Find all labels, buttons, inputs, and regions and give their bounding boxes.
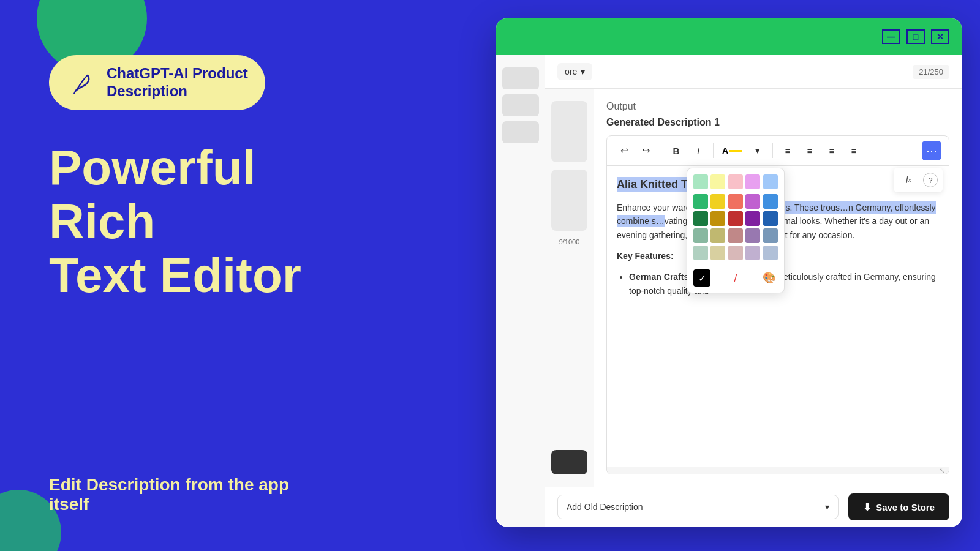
color-cell[interactable] — [763, 174, 778, 189]
color-cell[interactable] — [693, 228, 708, 243]
color-cell[interactable] — [728, 228, 743, 243]
bottom-bar: Add Old Description ▾ ⬇ Save to Store — [545, 487, 962, 527]
color-cell[interactable] — [763, 246, 778, 260]
toolbar-divider — [772, 143, 773, 158]
color-cell[interactable] — [693, 246, 708, 260]
color-grid-row2 — [693, 194, 778, 209]
color-cell[interactable] — [710, 174, 725, 189]
app-window: — □ ✕ ore ▾ 21/250 — [496, 18, 962, 527]
add-old-dropdown[interactable]: Add Old Description ▾ — [557, 495, 839, 519]
sidebar-item — [502, 67, 539, 89]
color-cell[interactable] — [693, 174, 708, 189]
color-cell[interactable] — [763, 228, 778, 243]
highlight-dropdown-button[interactable]: ▾ — [748, 141, 767, 160]
color-picker-actions: ✓ / 🎨 — [693, 264, 778, 287]
toolbar-divider — [661, 143, 662, 158]
color-cell[interactable] — [745, 211, 760, 226]
color-cell[interactable] — [763, 211, 778, 226]
main-area: ore ▾ 21/250 9/1000 — [545, 55, 962, 527]
color-cell[interactable] — [710, 228, 725, 243]
bold-button[interactable]: B — [666, 141, 686, 160]
color-cell[interactable] — [710, 246, 725, 260]
maximize-button[interactable]: □ — [907, 29, 925, 44]
feather-icon — [66, 67, 97, 98]
color-cell[interactable] — [728, 211, 743, 226]
sub-heading: Edit Description from the appitself — [49, 353, 374, 514]
color-cell[interactable] — [745, 246, 760, 260]
save-to-store-button[interactable]: ⬇ Save to Store — [848, 493, 949, 520]
minimize-button[interactable]: — — [882, 29, 900, 44]
color-cell[interactable] — [745, 228, 760, 243]
content-counter: 9/1000 — [551, 238, 587, 246]
color-grid-row4 — [693, 228, 778, 243]
content-split: 9/1000 Output Generated Description 1 ↩ … — [545, 89, 962, 487]
window-titlebar: — □ ✕ — [496, 18, 962, 55]
color-cell[interactable] — [710, 194, 725, 209]
highlight-icon: A — [722, 146, 728, 156]
badge-container: ChatGPT-AI ProductDescription — [49, 55, 374, 110]
color-cell[interactable] — [728, 246, 743, 260]
color-grid-row5 — [693, 246, 778, 260]
close-button[interactable]: ✕ — [931, 29, 949, 44]
input-item — [551, 101, 587, 162]
rte-toolbar: ↩ ↪ B I A ▾ ≡ — [607, 136, 949, 166]
color-cell[interactable] — [763, 194, 778, 209]
sidebar-partial — [496, 55, 545, 527]
window-body: ore ▾ 21/250 9/1000 — [496, 55, 962, 527]
color-apply-button[interactable]: ✓ — [693, 269, 710, 287]
store-dropdown[interactable]: ore ▾ — [557, 63, 592, 80]
undo-button[interactable]: ↩ — [614, 141, 634, 160]
sidebar-item — [502, 94, 539, 116]
align-right-button[interactable]: ≡ — [822, 141, 842, 160]
left-inputs: 9/1000 — [545, 89, 594, 487]
color-cell[interactable] — [728, 194, 743, 209]
badge: ChatGPT-AI ProductDescription — [49, 55, 265, 110]
italic-button[interactable]: I — [688, 141, 708, 160]
description-label: Generated Description 1 — [606, 117, 949, 128]
color-grid-row3 — [693, 211, 778, 226]
color-cell[interactable] — [728, 174, 743, 189]
highlight-button[interactable]: A — [718, 141, 745, 160]
color-palette-button[interactable]: 🎨 — [761, 269, 778, 287]
color-picker-popup: ✓ / 🎨 — [687, 168, 785, 293]
rte-resize-handle[interactable]: ⤡ — [607, 467, 949, 474]
toolbar-divider — [713, 143, 714, 158]
more-options-button[interactable]: ⋯ — [922, 141, 941, 160]
help-button[interactable]: ? — [923, 173, 938, 187]
color-pen-button[interactable]: / — [715, 269, 756, 287]
clear-format-button[interactable]: Ix — [899, 170, 918, 190]
topbar: ore ▾ 21/250 — [545, 55, 962, 89]
main-heading: Powerful RichText Editor — [49, 141, 374, 302]
highlight-color-indicator — [729, 150, 742, 152]
align-left-button[interactable]: ≡ — [778, 141, 797, 160]
color-cell[interactable] — [745, 194, 760, 209]
color-cell[interactable] — [710, 211, 725, 226]
align-center-button[interactable]: ≡ — [800, 141, 820, 160]
redo-button[interactable]: ↪ — [636, 141, 656, 160]
save-icon: ⬇ — [863, 501, 871, 513]
color-cell[interactable] — [693, 211, 708, 226]
align-justify-button[interactable]: ≡ — [844, 141, 864, 160]
left-panel: ChatGPT-AI ProductDescription Powerful R… — [0, 0, 417, 551]
sidebar-item — [502, 121, 539, 143]
generate-button-partial[interactable] — [551, 450, 587, 474]
secondary-toolbar: Ix ? — [894, 168, 943, 192]
color-cell[interactable] — [745, 174, 760, 189]
output-panel: Output Generated Description 1 ↩ ↪ B I — [594, 89, 962, 487]
output-label: Output — [606, 101, 949, 112]
badge-text: ChatGPT-AI ProductDescription — [107, 65, 248, 100]
color-grid-row1 — [693, 174, 778, 189]
color-cell[interactable] — [693, 194, 708, 209]
char-counter: 21/250 — [913, 65, 949, 79]
input-item — [551, 170, 587, 231]
rich-text-editor: ↩ ↪ B I A ▾ ≡ — [606, 135, 949, 474]
